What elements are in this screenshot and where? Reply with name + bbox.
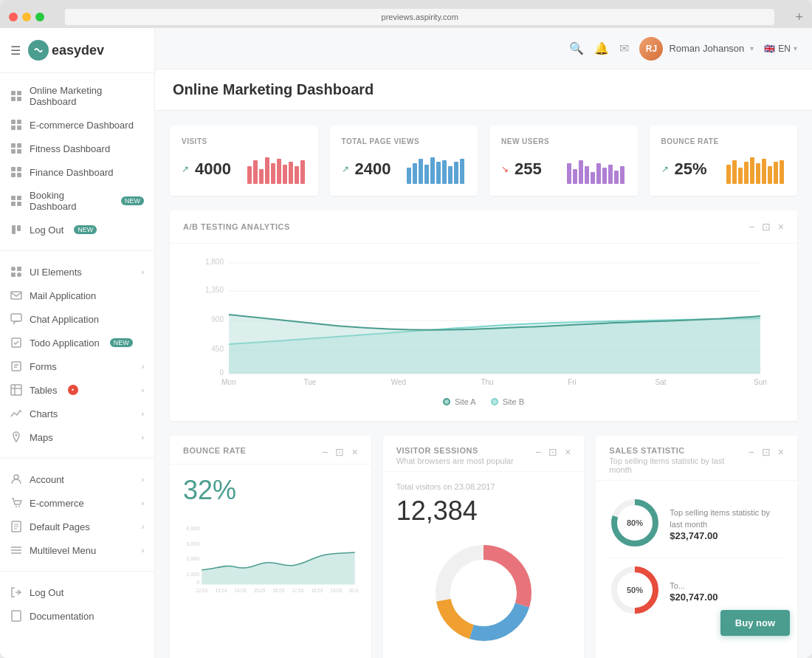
bounce-chart-controls: − ⊡ × [322,446,357,458]
stat-label: NEW USERS [501,137,626,145]
sidebar-item-online-marketing[interactable]: Online Marketing Dashboard [0,79,154,113]
sales-donut-svg-2: 50% [609,564,661,616]
sales-desc-1: Top selling items statistic by last mont… [670,507,784,530]
svg-text:15.03: 15.03 [253,588,265,593]
expand-bounce-icon[interactable]: ⊡ [335,446,344,458]
sidebar-item-booking[interactable]: Booking Dashboard NEW [0,184,154,218]
chevron-right-icon: › [142,386,144,394]
svg-text:Sat: Sat [655,378,666,386]
stats-row: VISITS ↗ 4000 [170,126,797,196]
minimize-button[interactable] [22,13,31,21]
sales-donut-2: 50% [609,564,661,619]
mail-icon[interactable]: ✉ [619,41,629,55]
stat-label: TOTAL PAGE VIEWS [342,137,467,145]
sidebar-item-logout[interactable]: Log Out [0,580,154,604]
legend-label-a: Site A [455,397,476,406]
chevron-right-icon: › [142,546,144,555]
sidebar-item-todo[interactable]: Todo Application NEW [0,331,154,354]
sidebar-item-charts[interactable]: Charts › [0,402,154,425]
sidebar-pages: Account › E-commerce › Default Pages › M… [0,462,154,568]
search-icon[interactable]: 🔍 [569,41,584,55]
close-button[interactable] [9,13,18,21]
svg-rect-11 [17,149,21,154]
stat-value: 4000 [195,160,231,179]
sidebar-item-mail[interactable]: Mail Application [0,284,154,307]
sidebar-item-default-pages[interactable]: Default Pages › [0,515,154,538]
bounce-rate-value: 32% [183,475,358,506]
svg-rect-15 [17,173,21,177]
svg-rect-4 [11,120,16,124]
sidebar-item-fitness[interactable]: Fitness Dashboard [0,137,154,160]
minimize-bounce-icon[interactable]: − [322,446,328,458]
new-tab-button[interactable]: + [795,10,803,25]
sidebar-item-ui-elements[interactable]: UI Elements › [0,260,154,284]
svg-rect-49 [253,160,258,184]
stat-card-visits: VISITS ↗ 4000 [170,126,318,196]
svg-rect-60 [419,159,423,184]
stat-chart [247,154,306,184]
sidebar-item-ecommerce[interactable]: E-commerce › [0,491,154,515]
expand-chart-icon[interactable]: ⊡ [762,221,771,233]
svg-rect-19 [17,202,21,206]
visitor-card-header: VISITOR SESSIONS What browsers are most … [383,436,585,472]
lang-selector[interactable]: 🇬🇧 EN ▾ [764,44,797,54]
svg-point-22 [11,267,16,271]
sidebar-item-finance[interactable]: Finance Dashboard [0,160,154,184]
minimize-chart-icon[interactable]: − [749,221,754,233]
browser-chrome: previews.aspirity.com + [0,0,812,28]
stat-value-row: ↗ 2400 [342,154,467,184]
svg-text:3,000: 3,000 [186,541,199,547]
sidebar-item-app-dashboard[interactable]: Log Out NEW [0,218,154,241]
content-header: Online Marketing Dashboard [155,69,812,111]
topbar-icons: 🔍 🔔 ✉ RJ Roman Johanson ▾ 🇬🇧 EN ▾ [569,37,797,61]
sidebar-item-account[interactable]: Account › [0,467,154,491]
new-badge: NEW [121,196,144,205]
address-bar[interactable]: previews.aspirity.com [65,9,774,25]
hamburger-icon[interactable]: ☰ [10,44,21,58]
bounce-card-header: BOUNCE RATE − ⊡ × [170,436,371,465]
sidebar-item-multilevel[interactable]: Multilevel Menu › [0,538,154,562]
notification-icon[interactable]: 🔔 [594,41,609,55]
close-sales-icon[interactable]: × [778,446,784,458]
buy-now-button[interactable]: Buy now [720,610,790,636]
maximize-button[interactable] [35,13,44,21]
svg-rect-20 [12,225,16,234]
bottom-row: BOUNCE RATE − ⊡ × 32% 4,000 3 [170,436,797,658]
sidebar-item-docs[interactable]: Documentation [0,604,154,628]
svg-text:17.03: 17.03 [292,588,304,593]
close-bounce-icon[interactable]: × [351,446,357,458]
sidebar-elements: UI Elements › Mail Application Chat Appl… [0,254,154,455]
svg-text:19.03: 19.03 [331,588,343,593]
expand-sales-icon[interactable]: ⊡ [762,446,771,458]
sidebar-item-forms[interactable]: Forms › [0,354,154,378]
minimize-visitor-icon[interactable]: − [535,446,541,458]
visitor-card-subtitle: What browsers are most popular [396,456,514,465]
sales-amount-1: $23,747.00 [670,530,784,541]
page-title: Online Marketing Dashboard [173,81,794,98]
svg-rect-12 [11,167,16,171]
sidebar-item-chat[interactable]: Chat Application [0,307,154,331]
sidebar-item-maps[interactable]: Maps › [0,425,154,449]
close-chart-icon[interactable]: × [778,221,784,233]
svg-rect-57 [300,160,305,184]
expand-visitor-icon[interactable]: ⊡ [548,446,557,458]
ab-testing-chart-card: A/B TESTING ANALYTICS − ⊡ × 1,800 1,350 … [170,210,797,421]
sales-desc-2: To... [670,580,784,592]
close-visitor-icon[interactable]: × [565,446,571,458]
minimize-sales-icon[interactable]: − [749,446,754,458]
user-dropdown-icon: ▾ [750,44,754,52]
svg-rect-56 [295,166,299,184]
svg-rect-80 [738,168,743,184]
svg-rect-83 [756,163,760,184]
sidebar-item-ecommerce-dashboard[interactable]: E-commerce Dashboard [0,113,154,137]
svg-rect-1 [17,91,21,95]
sidebar-item-tables[interactable]: Tables • › [0,378,154,402]
svg-point-36 [14,475,18,479]
sidebar-label: Charts [30,408,58,419]
user-info[interactable]: RJ Roman Johanson ▾ [639,37,754,61]
svg-rect-47 [12,611,21,621]
sidebar-label: Booking Dashboard [30,190,111,212]
sidebar-label: Account [30,474,64,485]
chart-title: A/B TESTING ANALYTICS [183,222,290,231]
chart-controls: − ⊡ × [749,221,784,233]
